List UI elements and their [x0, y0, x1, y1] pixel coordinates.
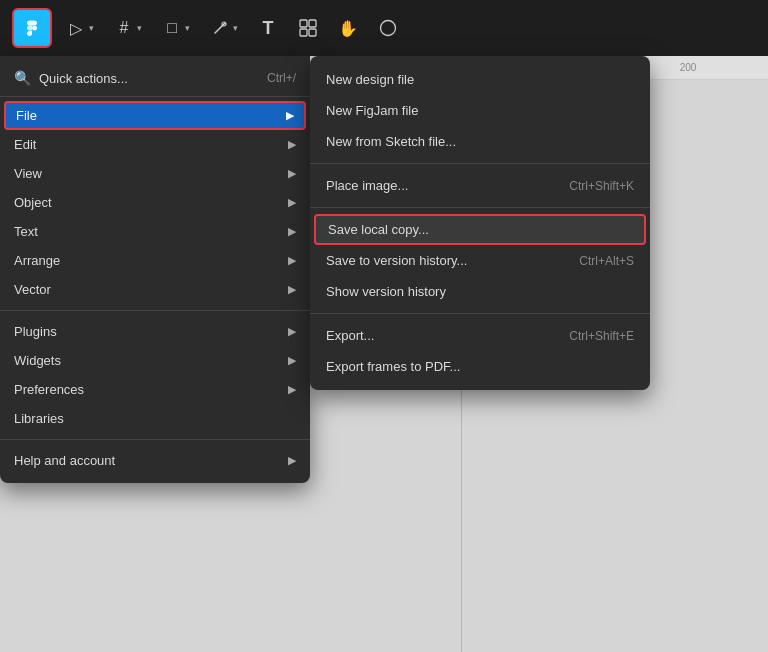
quick-actions-row[interactable]: 🔍 Quick actions... Ctrl+/ — [0, 64, 310, 97]
submenu-new-figjam[interactable]: New FigJam file — [310, 95, 650, 126]
submenu-save-local-label: Save local copy... — [328, 222, 429, 237]
menu-item-help[interactable]: Help and account ▶ — [0, 446, 310, 475]
search-label: Quick actions... — [39, 71, 259, 86]
submenu-place-image[interactable]: Place image... Ctrl+Shift+K — [310, 170, 650, 201]
submenu-divider-2 — [310, 207, 650, 208]
menu-item-vector-label: Vector — [14, 282, 51, 297]
menu-item-object-arrow-icon: ▶ — [288, 196, 296, 209]
submenu-divider-3 — [310, 313, 650, 314]
submenu-new-sketch-label: New from Sketch file... — [326, 134, 456, 149]
hand-tool[interactable]: ✋ — [332, 14, 364, 42]
text-tool[interactable]: T — [252, 14, 284, 42]
svg-rect-2 — [309, 20, 316, 27]
submenu-divider-1 — [310, 163, 650, 164]
submenu-export-pdf[interactable]: Export frames to PDF... — [310, 351, 650, 382]
submenu-save-local[interactable]: Save local copy... — [314, 214, 646, 245]
menu-item-help-arrow-icon: ▶ — [288, 454, 296, 467]
hand-icon: ✋ — [338, 18, 358, 38]
menu-item-edit-arrow-icon: ▶ — [288, 138, 296, 151]
move-chevron-icon: ▾ — [89, 23, 94, 33]
pen-tool[interactable]: ▾ — [204, 14, 244, 42]
pen-icon — [210, 18, 230, 38]
submenu-export-label: Export... — [326, 328, 374, 343]
search-shortcut: Ctrl+/ — [267, 71, 296, 85]
menu-item-text[interactable]: Text ▶ — [0, 217, 310, 246]
menu-item-file-label: File — [16, 108, 37, 123]
menu-item-libraries[interactable]: Libraries — [0, 404, 310, 433]
submenu-save-version-label: Save to version history... — [326, 253, 467, 268]
menu-item-help-label: Help and account — [14, 453, 115, 468]
rectangle-icon: □ — [162, 18, 182, 38]
menu-item-vector-arrow-icon: ▶ — [288, 283, 296, 296]
move-icon: ▷ — [66, 18, 86, 38]
menu-item-preferences-arrow-icon: ▶ — [288, 383, 296, 396]
menu-item-plugins-arrow-icon: ▶ — [288, 325, 296, 338]
menu-item-arrange[interactable]: Arrange ▶ — [0, 246, 310, 275]
submenu-save-version-shortcut: Ctrl+Alt+S — [579, 254, 634, 268]
menu-item-arrange-label: Arrange — [14, 253, 60, 268]
submenu-new-figjam-label: New FigJam file — [326, 103, 418, 118]
menu-item-libraries-label: Libraries — [14, 411, 64, 426]
menu-divider-1 — [0, 310, 310, 311]
menu-divider-2 — [0, 439, 310, 440]
menu-item-object-label: Object — [14, 195, 52, 210]
menu-item-text-arrow-icon: ▶ — [288, 225, 296, 238]
main-menu: 🔍 Quick actions... Ctrl+/ File ▶ Edit ▶ … — [0, 56, 310, 483]
menu-item-preferences[interactable]: Preferences ▶ — [0, 375, 310, 404]
menu-item-widgets-arrow-icon: ▶ — [288, 354, 296, 367]
components-tool[interactable] — [292, 14, 324, 42]
menu-item-vector[interactable]: Vector ▶ — [0, 275, 310, 304]
frame-icon: # — [114, 18, 134, 38]
rectangle-tool[interactable]: □ ▾ — [156, 14, 196, 42]
svg-rect-3 — [300, 29, 307, 36]
menu-item-view-arrow-icon: ▶ — [288, 167, 296, 180]
svg-rect-1 — [300, 20, 307, 27]
svg-point-5 — [381, 21, 396, 36]
menu-item-edit[interactable]: Edit ▶ — [0, 130, 310, 159]
svg-rect-4 — [309, 29, 316, 36]
menu-item-text-label: Text — [14, 224, 38, 239]
submenu-show-version[interactable]: Show version history — [310, 276, 650, 307]
frame-tool[interactable]: # ▾ — [108, 14, 148, 42]
menu-item-widgets-label: Widgets — [14, 353, 61, 368]
menu-item-edit-label: Edit — [14, 137, 36, 152]
search-icon: 🔍 — [14, 70, 31, 86]
submenu-new-design-label: New design file — [326, 72, 414, 87]
comment-icon — [378, 18, 398, 38]
rectangle-chevron-icon: ▾ — [185, 23, 190, 33]
submenu-save-version[interactable]: Save to version history... Ctrl+Alt+S — [310, 245, 650, 276]
components-icon — [298, 18, 318, 38]
menu-item-file-arrow-icon: ▶ — [286, 109, 294, 122]
submenu-export-pdf-label: Export frames to PDF... — [326, 359, 460, 374]
submenu-new-sketch[interactable]: New from Sketch file... — [310, 126, 650, 157]
submenu-export[interactable]: Export... Ctrl+Shift+E — [310, 320, 650, 351]
file-submenu: New design file New FigJam file New from… — [310, 56, 650, 390]
menu-item-view[interactable]: View ▶ — [0, 159, 310, 188]
menu-item-preferences-label: Preferences — [14, 382, 84, 397]
figma-logo-button[interactable] — [12, 8, 52, 48]
menu-item-plugins[interactable]: Plugins ▶ — [0, 317, 310, 346]
move-tool[interactable]: ▷ ▾ — [60, 14, 100, 42]
submenu-new-design[interactable]: New design file — [310, 64, 650, 95]
menu-item-widgets[interactable]: Widgets ▶ — [0, 346, 310, 375]
comment-tool[interactable] — [372, 14, 404, 42]
menu-item-file[interactable]: File ▶ — [4, 101, 306, 130]
menu-item-view-label: View — [14, 166, 42, 181]
text-icon: T — [258, 18, 278, 38]
pen-chevron-icon: ▾ — [233, 23, 238, 33]
submenu-place-image-label: Place image... — [326, 178, 408, 193]
menu-item-object[interactable]: Object ▶ — [0, 188, 310, 217]
menu-item-arrange-arrow-icon: ▶ — [288, 254, 296, 267]
menu-item-plugins-label: Plugins — [14, 324, 57, 339]
toolbar: ▷ ▾ # ▾ □ ▾ ▾ T ✋ — [0, 0, 768, 56]
submenu-show-version-label: Show version history — [326, 284, 446, 299]
frame-chevron-icon: ▾ — [137, 23, 142, 33]
submenu-export-shortcut: Ctrl+Shift+E — [569, 329, 634, 343]
submenu-place-image-shortcut: Ctrl+Shift+K — [569, 179, 634, 193]
